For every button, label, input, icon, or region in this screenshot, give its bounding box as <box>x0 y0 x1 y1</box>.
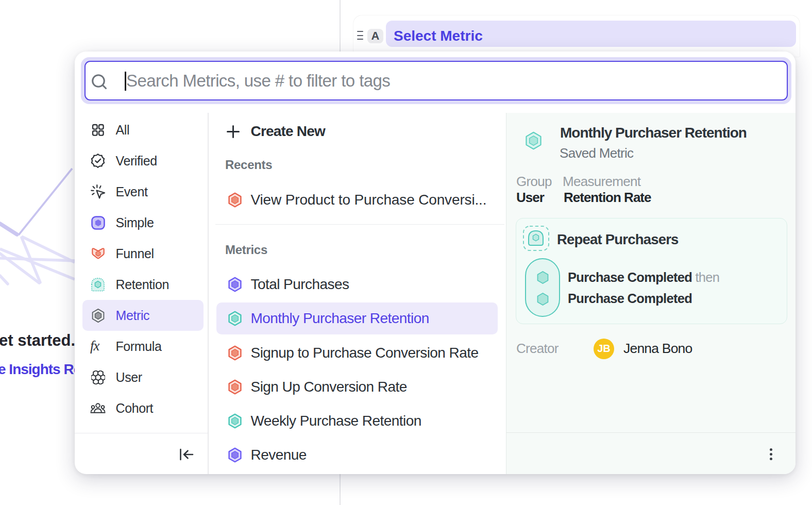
svg-text:fx: fx <box>90 338 100 354</box>
